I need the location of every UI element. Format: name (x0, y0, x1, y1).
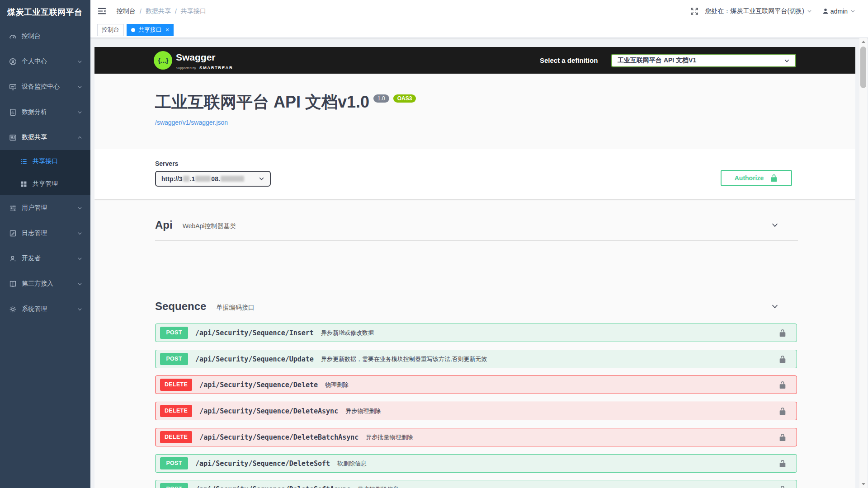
sidebar-item-label: 用户管理 (22, 204, 47, 212)
tab-共享接口[interactable]: 共享接口× (127, 24, 174, 36)
servers-select[interactable]: http://3.108. (155, 171, 271, 187)
user-circle-icon (9, 58, 17, 66)
sidebar-item-share-api[interactable]: 共享接口 (0, 150, 90, 173)
unlock-icon[interactable] (778, 329, 787, 337)
sidebar-item-share-manage[interactable]: 共享管理 (0, 173, 90, 195)
endpoint-row[interactable]: DELETE/api/Security/Sequence/Delete物理删除 (155, 375, 797, 394)
endpoint-path: /api/Security/Sequence/DeleteSoft (195, 460, 330, 468)
api-doc-title: 工业互联网平台 API 文档v1.0 (155, 93, 369, 112)
section-name: Sequence (155, 300, 206, 313)
api-sections: ApiWebApi控制器基类Sequence单据编码接口POST/api/Sec… (94, 199, 855, 488)
endpoint-path: /api/Security/Sequence/Insert (195, 329, 314, 337)
breadcrumb-item[interactable]: 数据共享 (146, 7, 171, 15)
username: admin (830, 8, 848, 15)
fullscreen-icon[interactable] (690, 7, 699, 16)
sidebar-item-personal-center[interactable]: 个人中心 (0, 49, 90, 74)
endpoint-path: /api/Security/Sequence/Update (195, 355, 314, 363)
monitor-icon (9, 83, 17, 91)
platform-switcher[interactable]: 您处在：煤炭工业互联网平台(切换) (705, 7, 812, 15)
endpoint-row[interactable]: POST/api/Security/Sequence/Update异步更新数据，… (155, 350, 797, 368)
endpoint-description: 软删除信息 (337, 460, 367, 468)
unlock-icon (770, 174, 778, 182)
servers-label: Servers (155, 160, 178, 167)
sidebar-item-data-share[interactable]: 数据共享 (0, 125, 90, 150)
breadcrumb-item[interactable]: 控制台 (117, 7, 136, 15)
sidebar-item-device-monitor-center[interactable]: 设备监控中心 (0, 74, 90, 99)
sidebar-item-third-party[interactable]: 第三方接入 (0, 271, 90, 296)
authorize-button[interactable]: Authorize (721, 170, 792, 186)
chevron-down-icon (77, 307, 82, 312)
sidebar-item-log-manage[interactable]: 日志管理 (0, 221, 90, 246)
endpoint-row[interactable]: DELETE/api/Security/Sequence/DeleteBatch… (155, 428, 797, 446)
chevron-down-icon (259, 176, 264, 182)
section-expand-chevron-icon[interactable] (770, 301, 780, 311)
section-name: Api (155, 219, 173, 231)
sidebar-item-system-manage[interactable]: 系统管理 (0, 296, 90, 322)
server-url-redacted (195, 176, 211, 182)
endpoint-description: 异步新增或修改数据 (321, 329, 374, 337)
app-screen: 煤炭工业互联网平台 控制台个人中心设备监控中心数据分析数据共享共享接口共享管理用… (0, 0, 868, 488)
unlock-icon[interactable] (778, 433, 787, 441)
chevron-down-icon (784, 58, 790, 64)
grid-icon (20, 180, 28, 188)
chevron-down-icon (77, 231, 82, 236)
sidebar-item-label: 个人中心 (22, 57, 47, 66)
newspaper-icon (9, 134, 17, 141)
endpoint-row[interactable]: DELETE/api/Security/Sequence/DeleteAsync… (155, 402, 797, 420)
api-info-section: 工业互联网平台 API 文档v1.0 1.0 OAS3 /swagger/v1/… (94, 74, 855, 149)
section-header-api[interactable]: ApiWebApi控制器基类 (155, 216, 798, 234)
section-header-sequence[interactable]: Sequence单据编码接口 (155, 297, 798, 315)
chevron-down-icon (77, 256, 82, 261)
breadcrumb-separator: / (175, 8, 177, 15)
tags-bar: 控制台共享接口× (90, 22, 868, 38)
scrollbar-thumb[interactable] (860, 47, 866, 88)
server-url-text: http://3 (161, 175, 183, 183)
endpoint-row[interactable]: POST/api/Security/Sequence/Insert异步新增或修改… (155, 324, 797, 342)
version-badge: 1.0 (373, 94, 389, 103)
breadcrumb-item[interactable]: 共享接口 (181, 7, 206, 15)
authorize-label: Authorize (735, 174, 764, 182)
endpoint-path: /api/Security/Sequence/DeleteAsync (199, 407, 338, 415)
endpoint-row[interactable]: POST/api/Security/Sequence/DeleteSoft软删除… (155, 454, 797, 473)
scroll-up-arrow[interactable] (859, 38, 867, 46)
spec-json-link[interactable]: /swagger/v1/swagger.json (155, 119, 228, 126)
sidebar: 煤炭工业互联网平台 控制台个人中心设备监控中心数据分析数据共享共享接口共享管理用… (0, 0, 90, 488)
vertical-scrollbar[interactable] (859, 38, 867, 488)
endpoint-description: 异步更新数据，需要在业务模块控制器重写该方法,否则更新无效 (321, 355, 487, 363)
oas-badge: OAS3 (393, 94, 416, 103)
unlock-icon[interactable] (778, 355, 787, 363)
unlock-icon[interactable] (778, 381, 787, 389)
user-menu[interactable]: admin (822, 8, 855, 15)
definition-select[interactable]: 工业互联网平台 API 文档V1 (611, 54, 796, 67)
user-icon (822, 8, 829, 15)
server-url-redacted (183, 176, 189, 182)
tab-close-icon[interactable]: × (165, 27, 169, 33)
unlock-icon[interactable] (778, 460, 787, 468)
chevron-down-icon (77, 84, 82, 89)
sidebar-item-developer[interactable]: 开发者 (0, 246, 90, 271)
scheme-container: Servers http://3.108. Authorize (94, 149, 855, 199)
endpoint-description: 异步物理删除 (345, 407, 381, 415)
sidebar-item-console[interactable]: 控制台 (0, 23, 90, 49)
method-badge: DELETE (160, 431, 192, 443)
section-expand-chevron-icon[interactable] (770, 220, 780, 230)
sidebar-item-user-manage[interactable]: 用户管理 (0, 195, 90, 221)
sidebar-item-data-analysis[interactable]: 数据分析 (0, 99, 90, 125)
swagger-brand: Swagger (176, 52, 233, 63)
breadcrumb: 控制台/数据共享/共享接口 (117, 0, 206, 22)
tab-label: 共享接口 (138, 26, 162, 34)
sidebar-submenu-data-share: 共享接口共享管理 (0, 150, 90, 195)
sidebar-item-label: 共享管理 (33, 180, 58, 188)
server-url-text: .1 (190, 175, 195, 183)
unlock-icon[interactable] (778, 407, 787, 415)
method-badge: POST (160, 327, 188, 339)
top-navbar: 控制台/数据共享/共享接口 您处在：煤炭工业互联网平台(切换) admin (90, 0, 868, 22)
unlock-icon[interactable] (778, 485, 787, 488)
sidebar-toggle-icon[interactable] (97, 6, 107, 16)
endpoint-row[interactable]: POST/api/Security/Sequence/DeleteSoftAsy… (155, 480, 797, 488)
scroll-down-arrow[interactable] (859, 480, 867, 488)
breadcrumb-separator: / (140, 8, 142, 15)
sidebar-item-label: 设备监控中心 (22, 83, 60, 91)
sidebar-item-label: 控制台 (22, 32, 41, 40)
tab-控制台[interactable]: 控制台 (97, 24, 124, 36)
